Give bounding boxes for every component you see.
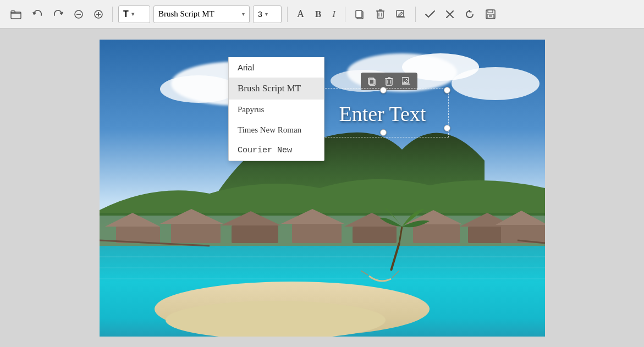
edit-icon-button[interactable]: [392, 7, 410, 21]
font-size-arrow: ▾: [265, 11, 268, 17]
bold-label: B: [315, 9, 321, 20]
font-dropdown-button[interactable]: Brush Script MT ▾: [153, 5, 250, 23]
svg-rect-61: [386, 79, 392, 85]
font-size-label: 3: [258, 10, 262, 19]
svg-rect-43: [468, 227, 512, 243]
svg-line-53: [391, 243, 399, 271]
svg-rect-35: [232, 225, 278, 243]
svg-marker-36: [221, 211, 281, 225]
svg-marker-32: [105, 213, 160, 227]
text-tool-dropdown[interactable]: T ▾: [118, 5, 150, 23]
svg-rect-47: [100, 246, 545, 337]
float-delete-button[interactable]: [382, 75, 397, 88]
float-copy-button[interactable]: [364, 75, 379, 88]
svg-rect-37: [292, 224, 342, 243]
separator-2: [287, 7, 288, 22]
undo-button[interactable]: [29, 6, 46, 23]
svg-marker-40: [344, 213, 399, 227]
svg-line-55: [100, 240, 210, 246]
svg-point-25: [160, 75, 237, 103]
separator-4: [415, 7, 416, 22]
separator-3: [345, 7, 345, 22]
text-tool-arrow: ▾: [131, 11, 134, 17]
delete-button[interactable]: [372, 6, 389, 22]
svg-rect-30: [100, 213, 545, 246]
font-size-dropdown[interactable]: 3 ▾: [253, 5, 282, 23]
open-button[interactable]: [7, 6, 25, 23]
font-option-brush[interactable]: Brush Script MT: [229, 78, 324, 100]
svg-rect-8: [377, 11, 383, 18]
svg-rect-31: [116, 227, 160, 243]
italic-button[interactable]: I: [328, 6, 339, 23]
bold-button[interactable]: B: [311, 6, 325, 23]
svg-point-52: [166, 301, 386, 337]
separator-1: [112, 7, 113, 22]
font-dropdown-arrow: ▾: [242, 11, 245, 17]
main-area: Enter Text Arial Brush Script MT Papyrus…: [0, 29, 644, 347]
float-toolbar: [361, 73, 417, 90]
font-dropdown-menu: Arial Brush Script MT Papyrus Times New …: [228, 57, 324, 161]
svg-marker-34: [160, 209, 223, 224]
font-option-times[interactable]: Times New Roman: [229, 120, 324, 140]
svg-point-29: [452, 67, 540, 100]
main-toolbar: T ▾ Brush Script MT ▾ 3 ▾ A B I: [0, 0, 644, 29]
svg-line-58: [392, 271, 399, 278]
font-option-arial[interactable]: Arial: [229, 57, 324, 78]
text-tool-label: T: [123, 9, 129, 19]
cancel-button[interactable]: [442, 8, 458, 21]
svg-marker-42: [405, 210, 463, 224]
svg-rect-33: [171, 224, 221, 243]
svg-marker-46: [496, 211, 545, 225]
svg-line-56: [518, 240, 545, 243]
svg-marker-38: [281, 209, 344, 224]
svg-rect-39: [353, 227, 397, 243]
decrease-button[interactable]: [70, 7, 87, 22]
svg-point-51: [155, 282, 430, 337]
svg-rect-45: [501, 225, 545, 243]
refresh-button[interactable]: [461, 7, 478, 22]
svg-line-54: [399, 227, 402, 243]
save-button[interactable]: [482, 7, 499, 22]
confirm-button[interactable]: [421, 8, 439, 21]
font-option-papyrus[interactable]: Papyrus: [229, 100, 324, 120]
italic-label: I: [332, 9, 335, 20]
svg-line-57: [361, 271, 368, 275]
svg-rect-7: [356, 10, 362, 18]
float-edit-button[interactable]: [399, 75, 414, 87]
redo-button[interactable]: [49, 6, 67, 23]
svg-marker-44: [460, 213, 515, 227]
text-overlay[interactable]: Enter Text: [320, 92, 446, 136]
font-a-button[interactable]: A: [293, 5, 308, 23]
copy-button[interactable]: [351, 7, 368, 22]
canvas-text: Enter Text: [339, 102, 426, 126]
font-a-label: A: [297, 8, 304, 20]
font-name-label: Brush Script MT: [158, 9, 239, 19]
add-button[interactable]: [90, 7, 107, 22]
font-option-courier[interactable]: Courier New: [229, 140, 324, 161]
svg-rect-41: [413, 224, 460, 243]
